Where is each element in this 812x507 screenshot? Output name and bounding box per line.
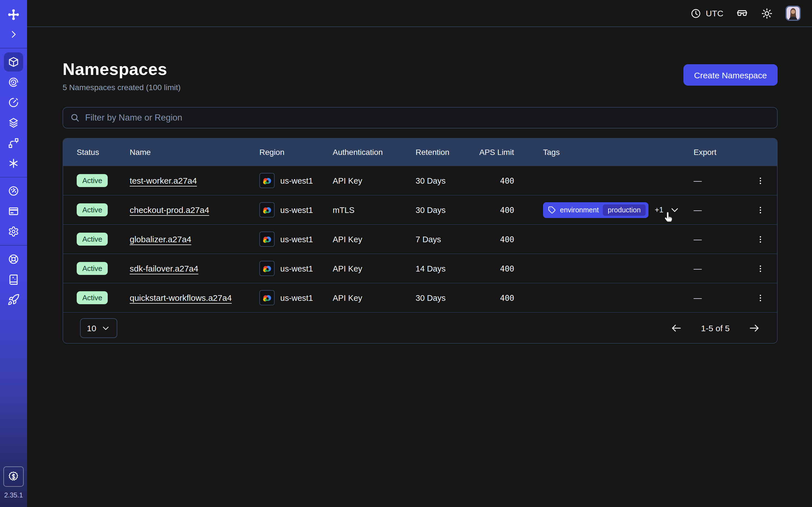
app-version: 2.35.1	[4, 491, 23, 499]
sidebar-item-batch[interactable]	[0, 153, 27, 173]
clock-icon	[690, 8, 701, 19]
sidebar-item-monitoring[interactable]	[0, 72, 27, 93]
namespace-link[interactable]: globalizer.a27a4	[130, 234, 192, 244]
gcp-cloud-icon	[259, 202, 274, 217]
region-label: us-west1	[280, 293, 313, 302]
status-badge: Active	[77, 291, 108, 304]
auth-method: API Key	[333, 235, 416, 244]
row-menu-button[interactable]	[752, 171, 769, 190]
aps-limit-value: 400	[479, 205, 543, 214]
col-aps-limit: APS Limit	[479, 148, 543, 157]
theme-toggle-button[interactable]	[761, 7, 773, 19]
col-export: Export	[694, 148, 751, 157]
status-badge: Active	[77, 203, 108, 216]
status-badge: Active	[77, 262, 108, 275]
col-retention: Retention	[416, 148, 479, 157]
chevron-right-icon	[8, 29, 18, 40]
table-row: Active checkout-prod.a27a4 us-west1 mTLS…	[63, 195, 777, 224]
region-label: us-west1	[280, 205, 313, 214]
asterisk-icon	[7, 157, 20, 170]
chevron-down-icon	[670, 205, 679, 215]
row-menu-button[interactable]	[752, 259, 769, 278]
aps-limit-value: 400	[479, 264, 543, 273]
retention-value: 7 Days	[416, 235, 479, 244]
retention-value: 30 Days	[416, 293, 479, 302]
book-sparkles-icon	[7, 273, 20, 286]
retention-value: 14 Days	[416, 264, 479, 273]
branch-icon	[7, 137, 20, 149]
table-row: Active globalizer.a27a4 us-west1 API Key…	[63, 224, 777, 253]
previous-page-button[interactable]	[670, 322, 682, 334]
namespace-link[interactable]: quickstart-workflows.a27a4	[130, 293, 232, 302]
feedback-button[interactable]	[736, 7, 748, 19]
retention-value: 30 Days	[416, 205, 479, 214]
page-size-select[interactable]: 10	[80, 318, 117, 338]
rocket-icon	[7, 293, 20, 306]
cube-icon	[7, 56, 20, 68]
sun-icon	[761, 7, 773, 19]
tag-pill[interactable]: environment production	[543, 202, 649, 218]
next-page-button[interactable]	[748, 322, 760, 334]
sidebar-item-schedules[interactable]	[0, 93, 27, 113]
export-value: —	[694, 264, 751, 273]
chevron-down-icon	[101, 324, 110, 332]
sidebar-item-deployments[interactable]	[0, 113, 27, 133]
gear-icon	[7, 225, 20, 238]
export-value: —	[694, 205, 751, 214]
gcp-cloud-icon	[259, 173, 274, 188]
sidebar-item-billing[interactable]	[0, 201, 27, 221]
auth-method: mTLS	[333, 205, 416, 214]
table-row: Active sdk-failover.a27a4 us-west1 API K…	[63, 253, 777, 283]
sidebar-item-settings[interactable]	[0, 221, 27, 242]
tag-value: production	[603, 204, 646, 216]
row-menu-button[interactable]	[752, 200, 769, 219]
lifebuoy-icon	[7, 253, 20, 265]
sidebar-expand-button[interactable]	[0, 24, 27, 45]
timezone-label: UTC	[706, 8, 723, 18]
sidebar-item-getting-started[interactable]	[0, 290, 27, 310]
export-value: —	[694, 176, 751, 185]
row-menu-button[interactable]	[752, 230, 769, 249]
main-content: Namespaces 5 Namespaces created (100 lim…	[27, 27, 812, 507]
auth-method: API Key	[333, 264, 416, 273]
namespace-link[interactable]: sdk-failover.a27a4	[130, 264, 199, 273]
card-icon	[7, 205, 20, 217]
table-row: Active quickstart-workflows.a27a4 us-wes…	[63, 283, 777, 312]
page-size-value: 10	[87, 323, 96, 333]
timer-icon	[7, 96, 20, 109]
sidebar-item-usage[interactable]	[0, 181, 27, 201]
more-tags-count: +1	[655, 206, 663, 214]
namespace-count: 5 Namespaces created (100 limit)	[63, 83, 181, 92]
filter-input[interactable]	[85, 113, 770, 123]
auth-method: API Key	[333, 176, 416, 185]
namespace-link[interactable]: test-worker.a27a4	[130, 176, 197, 185]
aps-limit-value: 400	[479, 176, 543, 185]
namespaces-table: Status Name Region Authentication Retent…	[63, 138, 777, 344]
status-badge: Active	[77, 233, 108, 245]
sidebar-divider	[0, 48, 27, 48]
status-badge: Active	[77, 174, 108, 187]
namespace-link[interactable]: checkout-prod.a27a4	[130, 205, 209, 215]
app-root: 2.35.1 UTC	[0, 0, 812, 507]
sidebar-item-docs[interactable]	[0, 269, 27, 290]
pricing-button[interactable]	[3, 466, 24, 487]
timezone-button[interactable]: UTC	[690, 8, 723, 19]
sidebar-item-support[interactable]	[0, 249, 27, 269]
pagination-range: 1-5 of 5	[701, 323, 730, 333]
sidebar: 2.35.1	[0, 0, 27, 507]
region-label: us-west1	[280, 176, 313, 185]
layers-icon	[7, 117, 20, 129]
gcp-cloud-icon	[259, 290, 274, 305]
user-menu-button[interactable]	[785, 6, 801, 21]
sidebar-item-nexus[interactable]	[0, 133, 27, 153]
expand-tags-button[interactable]	[670, 205, 679, 215]
gcp-cloud-icon	[259, 231, 274, 247]
create-namespace-button[interactable]: Create Namespace	[683, 64, 777, 86]
sidebar-item-namespaces[interactable]	[4, 52, 23, 71]
swirl-icon	[7, 76, 20, 89]
arrow-left-icon	[670, 322, 682, 334]
region-label: us-west1	[280, 235, 313, 244]
page-title: Namespaces	[63, 60, 181, 79]
row-menu-button[interactable]	[752, 288, 769, 307]
user-avatar	[785, 6, 801, 21]
